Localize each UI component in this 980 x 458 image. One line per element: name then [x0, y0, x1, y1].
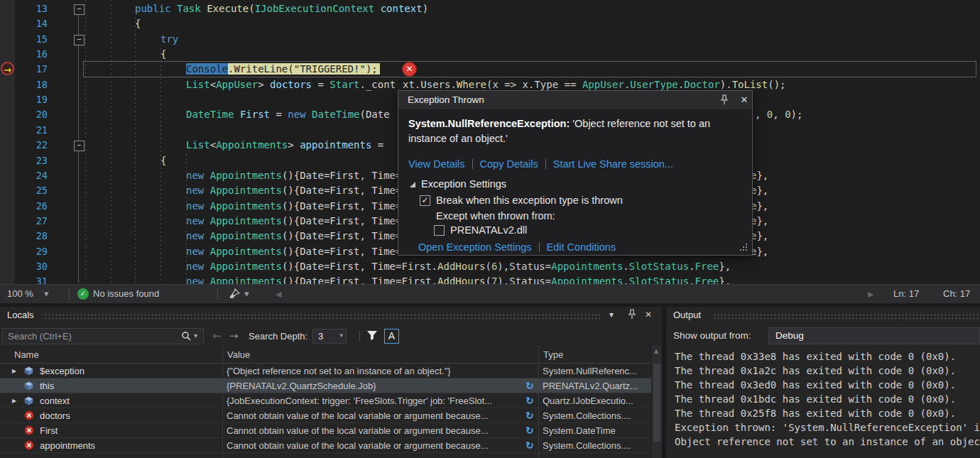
variable-name[interactable]: $exception: [40, 366, 85, 376]
popup-title: Exception Thrown: [408, 94, 484, 105]
locals-row-doctors[interactable]: doctorsCannot obtain value of the local …: [0, 408, 651, 423]
line-indicator: Ln: 17: [893, 288, 919, 299]
search-forward-icon[interactable]: →: [229, 329, 239, 342]
variable-name[interactable]: this: [40, 381, 54, 391]
variable-value[interactable]: Cannot obtain value of the local variabl…: [227, 440, 523, 451]
zoom-dropdown-icon[interactable]: ▾: [44, 288, 49, 299]
column-header-type[interactable]: Type: [543, 349, 563, 360]
search-depth-dropdown[interactable]: 3 ▾: [312, 329, 347, 344]
match-case-toggle[interactable]: A: [384, 329, 399, 344]
expander-icon[interactable]: ▶: [12, 368, 16, 374]
locals-grid-header: Name Value Type: [0, 346, 651, 364]
column-header-name[interactable]: Name: [14, 349, 39, 360]
hscroll-left-icon[interactable]: ◀: [276, 290, 281, 299]
variable-type: System.Collections....: [543, 440, 649, 451]
health-status[interactable]: No issues found: [93, 288, 159, 299]
output-log[interactable]: The thread 0x33e8 has exited with code 0…: [666, 347, 980, 458]
locals-row-this[interactable]: this{PRENATALv2.QuartzSchedule.Job}↻PREN…: [0, 378, 651, 393]
title-drag-texture[interactable]: [713, 313, 980, 320]
open-exception-settings-link[interactable]: Open Exception Settings: [418, 241, 532, 253]
copy-details-link[interactable]: Copy Details: [480, 158, 538, 170]
variable-name[interactable]: doctors: [40, 410, 70, 421]
break-checkbox[interactable]: ✓: [420, 195, 430, 206]
break-checkbox-label: Break when this exception type is thrown: [436, 195, 623, 206]
edit-conditions-link[interactable]: Edit Conditions: [547, 241, 616, 253]
variable-value[interactable]: {"Object reference not set to an instanc…: [227, 366, 523, 376]
chevron-down-icon: ▾: [339, 332, 343, 339]
output-source-dropdown[interactable]: Debug: [768, 327, 980, 344]
variable-type: PRENATALv2.Quartz...: [543, 381, 649, 391]
pin-icon[interactable]: [718, 94, 731, 107]
editor-status-bar: 100 % ▾ ✓ No issues found ▾ ◀ ▶ Ln: 17 C…: [0, 284, 980, 303]
breakpoint-current-statement-icon[interactable]: →: [1, 62, 14, 75]
close-icon[interactable]: ✕: [738, 94, 751, 107]
column-header-value[interactable]: Value: [227, 349, 250, 360]
refresh-icon[interactable]: ↻: [526, 410, 534, 421]
panel-close-icon[interactable]: ✕: [645, 310, 652, 320]
collapse-triangle-icon: [410, 182, 415, 187]
popup-footer-links: Open Exception SettingsEdit Conditions: [418, 241, 616, 253]
code-cleanup-brush-icon[interactable]: [229, 288, 240, 302]
live-share-link[interactable]: Start Live Share session...: [553, 158, 673, 170]
filter-icon[interactable]: [366, 330, 378, 344]
locals-row-First[interactable]: FirstCannot obtain value of the local va…: [0, 423, 651, 438]
code-line-14[interactable]: {: [0, 16, 980, 31]
search-placeholder: Search (Ctrl+E): [8, 331, 72, 342]
variable-name[interactable]: appointments: [40, 440, 95, 451]
variable-value[interactable]: Cannot obtain value of the local variabl…: [227, 425, 523, 436]
collapse-box-line15[interactable]: −: [74, 35, 85, 45]
output-log-line: The thread 0x3ed0 has exited with code 0…: [675, 378, 956, 392]
code-line-13[interactable]: public Task Execute(IJobExecutionContext…: [0, 1, 980, 16]
code-line-16[interactable]: {: [0, 47, 980, 62]
hscroll-right-icon[interactable]: ▶: [868, 290, 873, 299]
panel-pin-icon[interactable]: [627, 309, 637, 322]
code-line-17[interactable]: Console.WriteLine("TRIGGERED!");: [0, 62, 980, 77]
refresh-icon[interactable]: ↻: [526, 440, 534, 451]
variable-value[interactable]: Cannot obtain value of the local variabl…: [227, 410, 523, 421]
title-drag-texture[interactable]: [44, 313, 600, 320]
scroll-up-icon[interactable]: ▲: [654, 348, 658, 354]
search-icon[interactable]: [181, 331, 192, 344]
health-check-icon: ✓: [77, 288, 89, 300]
resize-grip[interactable]: [739, 242, 748, 252]
output-log-line: The thread 0x1bdc has exited with code 0…: [675, 392, 956, 406]
view-details-link[interactable]: View Details: [408, 158, 465, 170]
locals-row-$exception[interactable]: ▶$exception{"Object reference not set to…: [0, 364, 651, 378]
popup-title-bar[interactable]: Exception Thrown ✕: [398, 91, 752, 109]
refresh-icon[interactable]: ↻: [526, 395, 534, 406]
locals-row-context[interactable]: ▶context{JobExecutionContext: trigger: '…: [0, 393, 651, 408]
output-source-value: Debug: [775, 330, 804, 341]
variable-name[interactable]: context: [40, 396, 70, 406]
search-dropdown-icon[interactable]: ▾: [194, 332, 197, 339]
zoom-level[interactable]: 100 %: [7, 288, 33, 299]
object-cube-icon: [24, 381, 33, 393]
locals-scrollbar[interactable]: ▲: [652, 346, 662, 458]
code-line-30[interactable]: new Appointments(){Date=First, Time=Firs…: [0, 259, 980, 274]
refresh-icon[interactable]: ↻: [526, 425, 534, 436]
exception-settings-header[interactable]: Exception Settings: [410, 178, 506, 190]
refresh-icon[interactable]: ↻: [526, 380, 534, 391]
dll-checkbox-label: PRENATALv2.dll: [450, 224, 527, 236]
code-line-31[interactable]: new Appointments(){Date=First, Time=Firs…: [0, 274, 980, 284]
column-indicator: Ch: 17: [943, 288, 970, 299]
variable-value[interactable]: {PRENATALv2.QuartzSchedule.Job}: [227, 381, 523, 391]
exception-error-icon: ✕: [402, 62, 417, 77]
variable-type: Quartz.IJobExecutio...: [543, 396, 649, 406]
expander-icon[interactable]: ▶: [12, 398, 16, 404]
except-when-label: Except when thrown from:: [436, 210, 555, 222]
variable-type: System.Collections....: [543, 410, 649, 421]
panel-splitter-vertical[interactable]: [662, 307, 666, 458]
collapse-box-line13[interactable]: −: [74, 4, 85, 15]
search-back-icon[interactable]: ←: [212, 329, 222, 342]
collapse-box-line22[interactable]: −: [74, 141, 85, 151]
locals-search-input[interactable]: Search (Ctrl+E) ▾: [2, 328, 204, 344]
dll-checkbox[interactable]: [434, 225, 445, 236]
locals-row-appointments[interactable]: appointmentsCannot obtain value of the l…: [0, 438, 651, 453]
exception-thrown-popup: Exception Thrown ✕ System.NullReferenceE…: [398, 90, 753, 256]
scrollbar-thumb[interactable]: [653, 364, 660, 442]
variable-value[interactable]: {JobExecutionContext: trigger: 'FreeSlot…: [227, 396, 523, 406]
brush-dropdown-icon[interactable]: ▾: [244, 288, 249, 299]
code-line-15[interactable]: try: [0, 32, 980, 47]
variable-name[interactable]: First: [40, 425, 58, 436]
panel-menu-chevron-icon[interactable]: ▾: [609, 310, 614, 320]
